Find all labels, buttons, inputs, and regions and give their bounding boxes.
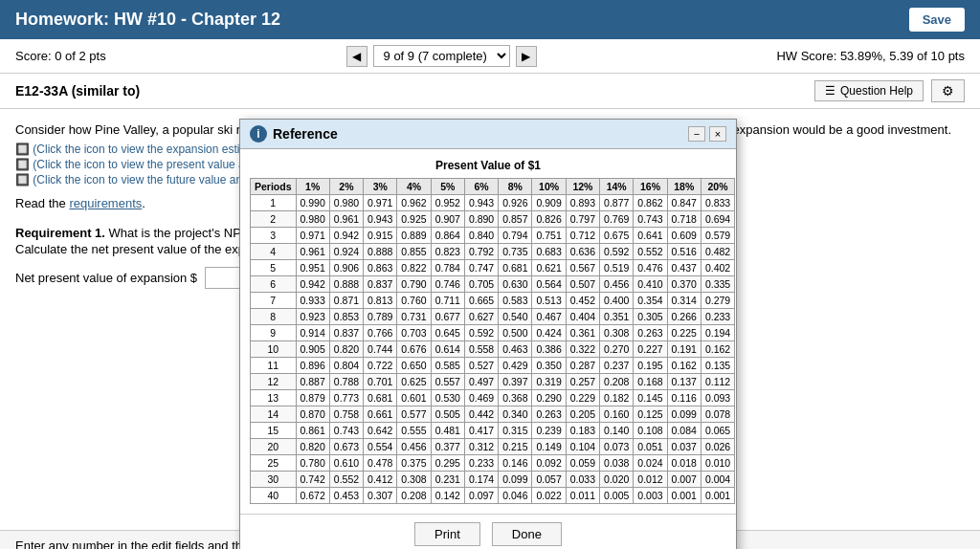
table-cell: 5 [251, 260, 297, 276]
table-cell: 0.636 [566, 244, 599, 260]
table-cell: 0.007 [667, 472, 701, 488]
table-cell: 0.174 [464, 472, 498, 488]
table-cell: 0.010 [701, 455, 734, 472]
table-cell: 0.747 [464, 260, 498, 276]
table-cell: 0.630 [499, 276, 532, 293]
table-cell: 0.092 [532, 455, 566, 472]
table-cell: 0.404 [566, 309, 599, 325]
table-cell: 0.084 [667, 423, 701, 439]
table-cell: 0.926 [499, 195, 532, 211]
table-cell: 0.773 [329, 390, 363, 406]
table-cell: 0.500 [499, 325, 532, 341]
requirements-link[interactable]: requirements [69, 196, 142, 210]
table-cell: 0.961 [296, 244, 329, 260]
table-cell: 0.583 [499, 293, 532, 309]
table-cell: 0.609 [667, 228, 701, 244]
table-cell: 0.712 [566, 228, 599, 244]
table-cell: 0.555 [397, 423, 431, 439]
prev-question-button[interactable]: ◀ [346, 46, 368, 67]
table-cell: 0.642 [364, 423, 397, 439]
table-cell: 0.191 [667, 341, 701, 358]
table-row: 150.8610.7430.6420.5550.4810.4170.3150.2… [251, 423, 735, 439]
table-cell: 0.980 [329, 195, 363, 211]
table-cell: 0.263 [634, 325, 667, 341]
table-cell: 0.437 [667, 260, 701, 276]
table-cell: 0.233 [701, 309, 734, 325]
table-cell: 0.319 [532, 374, 566, 390]
print-button[interactable]: Print [414, 522, 480, 546]
done-button[interactable]: Done [492, 522, 562, 546]
question-help-button[interactable]: ☰ Question Help [814, 80, 924, 101]
table-cell: 0.871 [329, 293, 363, 309]
table-cell: 0.790 [397, 276, 431, 293]
table-cell: 0.823 [431, 244, 464, 260]
table-cell: 0.463 [499, 341, 532, 358]
table-cell: 0.513 [532, 293, 566, 309]
table-cell: 0.887 [296, 374, 329, 390]
table-cell: 0.877 [600, 195, 634, 211]
table-cell: 13 [251, 390, 297, 406]
table-cell: 0.340 [499, 406, 532, 423]
table-cell: 0.354 [634, 293, 667, 309]
reference-modal: i Reference − × Present Value of $1 Peri… [239, 119, 737, 549]
table-cell: 0.577 [397, 406, 431, 423]
table-cell: 7 [251, 293, 297, 309]
table-cell: 0.467 [532, 309, 566, 325]
next-question-button[interactable]: ▶ [516, 46, 537, 67]
table-cell: 0.915 [364, 228, 397, 244]
table-cell: 0.266 [667, 309, 701, 325]
table-cell: 0.308 [600, 325, 634, 341]
table-cell: 0.026 [701, 439, 734, 455]
table-cell: 4 [251, 244, 297, 260]
modal-footer: Print Done [240, 514, 736, 549]
modal-minimize-button[interactable]: − [688, 126, 705, 142]
question-nav-dropdown[interactable]: 9 of 9 (7 complete) [373, 45, 510, 67]
table-cell: 0.335 [701, 276, 734, 293]
table-cell: 0.402 [701, 260, 734, 276]
table-cell: 0.012 [634, 472, 667, 488]
table-cell: 0.208 [600, 374, 634, 390]
table-cell: 0.519 [600, 260, 634, 276]
table-cell: 0.011 [566, 488, 599, 504]
table-cell: 0.229 [566, 390, 599, 406]
table-cell: 0.888 [329, 276, 363, 293]
table-cell: 0.722 [364, 358, 397, 374]
table-cell: 0.099 [667, 406, 701, 423]
table-cell: 0.820 [329, 341, 363, 358]
table-cell: 0.942 [296, 276, 329, 293]
table-cell: 0.758 [329, 406, 363, 423]
save-button[interactable]: Save [909, 8, 965, 32]
table-cell: 0.097 [464, 488, 498, 504]
table-cell: 0.694 [701, 211, 734, 228]
modal-close-button[interactable]: × [709, 126, 726, 142]
table-cell: 0.672 [296, 488, 329, 504]
table-cell: 0.005 [600, 488, 634, 504]
table-cell: 0.456 [397, 439, 431, 455]
settings-button[interactable]: ⚙ [931, 79, 965, 102]
modal-header: i Reference − × [240, 120, 736, 149]
table-cell: 0.194 [701, 325, 734, 341]
table-row: 20.9800.9610.9430.9250.9070.8900.8570.82… [251, 211, 735, 228]
table-cell: 0.481 [431, 423, 464, 439]
table-cell: 0.065 [701, 423, 734, 439]
table-cell: 0.263 [532, 406, 566, 423]
table-cell: 0.162 [701, 341, 734, 358]
table-cell: 0.863 [364, 260, 397, 276]
table-cell: 0.227 [634, 341, 667, 358]
table-cell: 15 [251, 423, 297, 439]
table-header-12%: 12% [566, 179, 599, 195]
table-cell: 0.160 [600, 406, 634, 423]
score-bar: Score: 0 of 2 pts ◀ 9 of 9 (7 complete) … [0, 39, 980, 74]
table-cell: 0.742 [296, 472, 329, 488]
table-row: 110.8960.8040.7220.6500.5850.5270.4290.3… [251, 358, 735, 374]
table-cell: 0.046 [499, 488, 532, 504]
table-cell: 0.676 [397, 341, 431, 358]
table-header-14%: 14% [600, 179, 634, 195]
table-cell: 0.703 [397, 325, 431, 341]
table-cell: 0.675 [600, 228, 634, 244]
table-cell: 0.769 [600, 211, 634, 228]
table-cell: 0.370 [667, 276, 701, 293]
npv-label: Net present value of expansion $ [15, 271, 197, 285]
table-row: 300.7420.5520.4120.3080.2310.1740.0990.0… [251, 472, 735, 488]
table-cell: 0.797 [566, 211, 599, 228]
